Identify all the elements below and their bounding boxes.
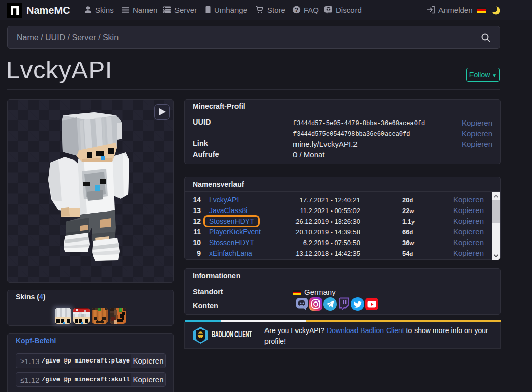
svg-text:?: ? [295,7,298,13]
